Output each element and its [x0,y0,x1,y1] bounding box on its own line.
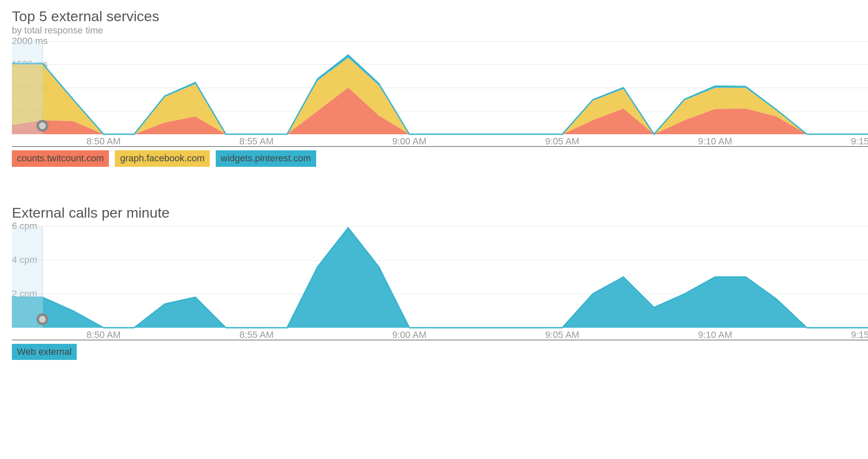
chart-top5-external-services: Top 5 external services by total respons… [12,8,868,167]
chart-subtitle: by total response time [12,25,868,36]
dashboard-page: Top 5 external services by total respons… [0,0,868,459]
x-tick-label: 9:15 AM [851,136,868,147]
x-tick-label: 9:05 AM [545,329,579,340]
x-axis: 8:50 AM8:55 AM9:00 AM9:05 AM9:10 AM9:15 … [12,134,868,147]
x-tick-label: 9:10 AM [698,136,732,147]
chart-legend: Web external [12,344,868,360]
x-tick-label: 9:00 AM [392,136,426,147]
x-tick-label: 9:00 AM [392,329,426,340]
chart-svg [12,41,868,134]
legend-item-pinterest[interactable]: widgets.pinterest.com [216,150,316,167]
plot-area[interactable]: 2 cpm4 cpm6 cpm [12,226,868,328]
time-scrubber-handle[interactable] [36,313,48,325]
plot-wrap: 500 ms1000 ms1500 ms2000 ms 8:50 AM8:55 … [12,41,868,147]
time-scrubber-handle[interactable] [36,120,48,132]
plot-area[interactable]: 500 ms1000 ms1500 ms2000 ms [12,41,868,134]
series-area [12,228,868,328]
x-tick-label: 9:05 AM [545,136,579,147]
x-axis: 8:50 AM8:55 AM9:00 AM9:05 AM9:10 AM9:15 … [12,328,868,340]
x-tick-label: 8:55 AM [239,329,274,340]
chart-legend: counts.twitcount.com graph.facebook.com … [12,150,868,167]
chart-external-calls-per-minute: External calls per minute 2 cpm4 cpm6 cp… [12,205,868,360]
legend-item-twitcount[interactable]: counts.twitcount.com [12,150,109,167]
x-tick-label: 9:10 AM [698,329,732,340]
chart-svg [12,226,868,328]
plot-wrap: 2 cpm4 cpm6 cpm 8:50 AM8:55 AM9:00 AM9:0… [12,226,868,340]
x-tick-label: 8:50 AM [86,136,121,147]
x-tick-label: 9:15 AM [851,329,868,340]
chart-title: Top 5 external services [12,8,868,24]
x-tick-label: 8:55 AM [239,136,274,147]
x-tick-label: 8:50 AM [86,329,121,340]
legend-item-web-external[interactable]: Web external [12,344,77,360]
legend-item-facebook[interactable]: graph.facebook.com [115,150,209,167]
chart-title: External calls per minute [12,205,868,221]
